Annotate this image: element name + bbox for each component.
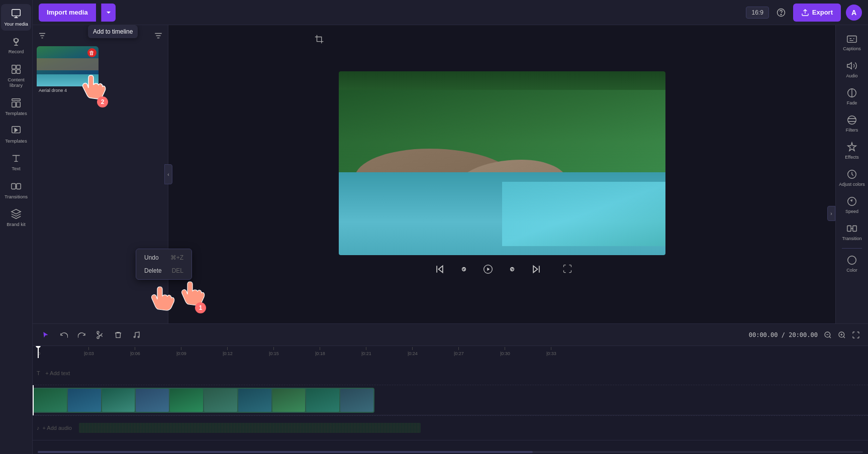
sidebar-item-adjust-colors[interactable]: Adjust colors bbox=[837, 165, 867, 191]
zoom-in-icon bbox=[838, 331, 846, 339]
sidebar-item-brand-kit[interactable]: Brand kit bbox=[1, 204, 31, 231]
sidebar-item-content-library[interactable]: Content library bbox=[1, 60, 31, 92]
fit-to-view-button[interactable] bbox=[850, 329, 862, 341]
sidebar-item-transition[interactable]: Transition bbox=[837, 219, 867, 245]
playhead bbox=[38, 346, 39, 358]
color-icon bbox=[846, 255, 857, 266]
zoom-in-button[interactable] bbox=[836, 329, 848, 341]
sidebar-item-record[interactable]: Record bbox=[1, 32, 31, 58]
delete-tool-button[interactable] bbox=[111, 328, 125, 342]
preview-area bbox=[168, 25, 835, 323]
sidebar-item-effects[interactable]: Effects bbox=[837, 138, 867, 164]
svg-rect-6 bbox=[12, 98, 21, 100]
sidebar-item-templates[interactable]: Templates bbox=[1, 93, 31, 120]
redo-icon bbox=[78, 331, 86, 339]
adjust-colors-icon bbox=[846, 169, 857, 180]
track-add-audio[interactable]: ♪ + Add audio bbox=[33, 423, 421, 433]
ruler-mark-27: |0:27 bbox=[454, 347, 464, 356]
fullscreen-button[interactable] bbox=[562, 264, 572, 275]
sidebar-item-captions[interactable]: Captions bbox=[837, 29, 867, 55]
collapse-right-panel-button[interactable]: › bbox=[827, 206, 835, 221]
fade-icon bbox=[846, 87, 857, 98]
svg-rect-21 bbox=[853, 226, 856, 232]
sidebar-item-color[interactable]: Color bbox=[837, 251, 867, 277]
right-sidebar: Captions Audio Fade bbox=[835, 25, 868, 323]
context-menu-undo[interactable]: Undo ⌘+Z bbox=[136, 251, 191, 264]
rewind-button[interactable] bbox=[456, 261, 472, 277]
play-button[interactable] bbox=[480, 261, 496, 277]
sidebar-item-filters[interactable]: Filters bbox=[837, 110, 867, 137]
ruler-mark-15: |0:15 bbox=[269, 347, 279, 356]
import-media-dropdown-button[interactable] bbox=[101, 4, 116, 22]
ruler-mark-06: |0:06 bbox=[130, 347, 140, 356]
export-icon bbox=[801, 9, 809, 17]
sidebar-item-your-media[interactable]: Your media bbox=[1, 4, 31, 31]
collapse-media-panel-button[interactable]: ‹ bbox=[164, 164, 172, 184]
text-track: T + Add text bbox=[33, 360, 868, 385]
export-button[interactable]: Export bbox=[793, 4, 841, 22]
redo-tool-button[interactable] bbox=[75, 328, 89, 342]
track-add-text[interactable]: T + Add text bbox=[33, 368, 173, 377]
audio-track: ♪ + Add audio bbox=[33, 415, 868, 440]
skip-forward-button[interactable] bbox=[528, 261, 544, 277]
timeline-toolbar: 00:00.00 / 20:00.00 bbox=[33, 324, 868, 346]
context-menu: Undo ⌘+Z Delete DEL bbox=[136, 249, 192, 280]
sidebar-item-speed[interactable]: Speed bbox=[837, 192, 867, 218]
effects-icon bbox=[846, 142, 857, 153]
sidebar-item-templates2[interactable]: Templates bbox=[1, 121, 31, 148]
zoom-out-button[interactable] bbox=[822, 329, 834, 341]
cut-tool-button[interactable] bbox=[93, 328, 107, 342]
sort-icon[interactable] bbox=[154, 31, 163, 40]
text-icon bbox=[11, 153, 22, 164]
ruler-mark-21: |0:21 bbox=[361, 347, 371, 356]
pointer-tool-button[interactable] bbox=[39, 328, 53, 342]
speed-icon bbox=[846, 196, 857, 207]
sidebar-item-audio[interactable]: Audio bbox=[837, 56, 867, 82]
ruler-mark-18: |0:18 bbox=[315, 347, 325, 356]
sidebar-item-transitions[interactable]: Transitions bbox=[1, 177, 31, 203]
ruler-mark-12: |0:12 bbox=[223, 347, 233, 356]
scrollbar-thumb[interactable] bbox=[38, 451, 533, 453]
import-media-button[interactable]: Import media bbox=[39, 4, 96, 22]
media-item-label: Aerial drone 4 bbox=[37, 86, 99, 94]
timeline-scrollbar bbox=[33, 450, 868, 454]
sidebar-item-text[interactable]: Text bbox=[1, 149, 31, 175]
undo-tool-button[interactable] bbox=[57, 328, 71, 342]
video-clip[interactable] bbox=[33, 388, 374, 413]
video-track bbox=[33, 385, 868, 415]
video-preview bbox=[339, 71, 665, 255]
svg-point-22 bbox=[848, 256, 856, 265]
help-icon[interactable] bbox=[774, 6, 788, 20]
top-bar: Import media 16:9 Export A bbox=[33, 0, 868, 25]
fast-forward-icon bbox=[507, 264, 517, 274]
media-item[interactable]: 🗑 Aerial drone 4 bbox=[37, 46, 99, 94]
context-menu-delete[interactable]: Delete DEL bbox=[136, 264, 191, 277]
media-item-delete-button[interactable]: 🗑 bbox=[87, 48, 97, 57]
svg-rect-15 bbox=[847, 36, 856, 43]
svg-rect-2 bbox=[12, 65, 16, 69]
timeline-ruler: 0 |0:03 |0:06 |0:09 |0:12 |0:15 |0:18 |0… bbox=[38, 346, 868, 360]
fast-forward-button[interactable] bbox=[504, 261, 520, 277]
skip-back-icon bbox=[435, 264, 445, 274]
filter-icon[interactable] bbox=[38, 31, 47, 40]
user-avatar[interactable]: A bbox=[846, 5, 862, 21]
svg-point-1 bbox=[14, 39, 18, 42]
aspect-ratio-badge[interactable]: 16:9 bbox=[746, 7, 768, 19]
sidebar-item-fade[interactable]: Fade bbox=[837, 83, 867, 109]
svg-rect-8 bbox=[17, 102, 20, 107]
audio-tool-button[interactable] bbox=[129, 328, 143, 342]
zoom-out-icon bbox=[824, 331, 832, 339]
transitions-icon bbox=[11, 181, 22, 192]
chevron-down-icon bbox=[106, 10, 112, 16]
crop-icon-area[interactable] bbox=[314, 34, 325, 47]
svg-rect-7 bbox=[12, 102, 16, 107]
brand-kit-icon bbox=[11, 208, 22, 219]
ruler-mark-33: |0:33 bbox=[546, 347, 556, 356]
audio-icon bbox=[846, 60, 857, 71]
ruler-mark-03: |0:03 bbox=[84, 347, 94, 356]
svg-point-17 bbox=[848, 116, 856, 125]
zoom-controls bbox=[822, 329, 862, 341]
record-icon bbox=[11, 36, 22, 47]
rewind-icon bbox=[459, 264, 469, 274]
skip-back-button[interactable] bbox=[432, 261, 448, 277]
